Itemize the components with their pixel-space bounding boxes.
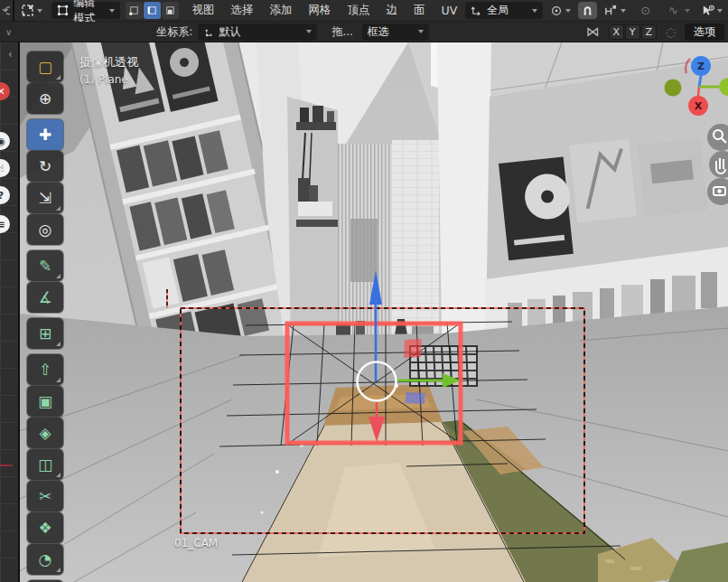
tool-rotate[interactable]: ↻ <box>27 151 63 182</box>
scene-background <box>20 42 728 582</box>
measure-icon: ∡ <box>38 282 51 313</box>
chevron-down-icon <box>565 9 571 13</box>
transform-orientation-dropdown[interactable]: 全局 <box>465 2 543 19</box>
close-icon[interactable]: ✕ <box>0 82 10 100</box>
subtool-corner-icon <box>56 568 61 572</box>
gizmo-visibility-icon <box>701 5 714 17</box>
tool-move[interactable]: ✚ <box>27 119 63 150</box>
viewport-3d[interactable]: Z X <box>20 42 728 582</box>
editor-type-icon <box>21 4 34 17</box>
tool-measure[interactable]: ∡ <box>27 282 63 313</box>
falloff-curve-icon: ∿ <box>665 4 682 17</box>
tool-knife[interactable]: ✂ <box>27 481 63 512</box>
menu-edge[interactable]: 边 <box>378 3 406 18</box>
tool-add-cube[interactable]: ⊞ <box>27 318 63 349</box>
face-select-icon <box>164 5 176 16</box>
select-mode-group <box>126 2 179 19</box>
tool-annotate[interactable]: ✎ <box>27 250 63 281</box>
tool-poly-build[interactable]: ❖ <box>27 512 63 543</box>
proportional-edit-toggle[interactable]: ⊙ <box>633 2 658 19</box>
tool-cursor[interactable]: ⊕ <box>27 83 63 114</box>
drag-mode-dropdown[interactable]: 框选 <box>362 23 429 41</box>
orientation-axes-icon <box>471 5 482 16</box>
chevron-down-icon <box>532 9 537 13</box>
menu-mesh[interactable]: 网格 <box>301 3 340 18</box>
options-button[interactable]: 选项 <box>685 23 724 41</box>
coordinate-cursor-icon <box>203 26 214 38</box>
menu-uv[interactable]: UV <box>434 4 466 17</box>
mirror-x-button[interactable]: X <box>609 24 624 40</box>
scene-render: Z X <box>20 42 728 582</box>
coordinate-system-dropdown[interactable]: 默认 <box>198 23 317 41</box>
dashed-circle-icon[interactable]: ◌ <box>662 25 679 39</box>
proportional-falloff-dropdown[interactable]: ∿ <box>661 2 694 19</box>
edit-mode-icon <box>57 5 69 16</box>
pivot-point-icon <box>550 5 563 17</box>
hand-icon[interactable]: ☝ <box>0 159 10 177</box>
viewport-nav-buttons <box>707 124 728 205</box>
mirror-y-button[interactable]: Y <box>625 24 640 40</box>
drag-mode-value: 框选 <box>368 24 414 40</box>
edge-mode-button[interactable] <box>144 2 161 19</box>
tweak-select-icon: ▢ <box>38 52 52 82</box>
tool-inset-faces[interactable]: ▣ <box>27 386 63 417</box>
tool-tweak-select[interactable]: ▢ <box>27 52 63 82</box>
inset-faces-icon: ▣ <box>38 386 52 417</box>
subtool-corner-icon <box>56 206 61 211</box>
camera-name-label: 01_CAM <box>174 537 218 549</box>
mirror-icon[interactable]: ⋈ <box>583 23 603 40</box>
active-object-label: (1) Plane <box>79 73 128 86</box>
show-gizmo-dropdown[interactable] <box>697 2 726 19</box>
pivot-point-dropdown[interactable] <box>546 2 574 19</box>
tool-extrude-region[interactable]: ⇧ <box>27 354 63 385</box>
tool-shelf: ▢⊕✚↻⇲◎✎∡⊞⇧▣◈◫✂❖◔◖ <box>27 52 63 582</box>
strip-red-line <box>0 465 13 466</box>
tool-transform[interactable]: ◎ <box>27 214 63 245</box>
vertex-mode-button[interactable] <box>126 2 143 19</box>
snap-target-dropdown[interactable] <box>601 2 630 19</box>
menu-vertex[interactable]: 顶点 <box>340 3 378 18</box>
snap-increment-icon <box>604 5 618 16</box>
tool-settings-bar: ∨ 坐标系: 默认 拖... 框选 ⋈ X Y Z ◌ 选项 <box>0 22 728 42</box>
orientation-value: 全局 <box>487 3 527 18</box>
mirror-axis-group: X Y Z <box>609 24 657 40</box>
vertex-select-icon <box>128 5 140 16</box>
menu-view[interactable]: 视图 <box>184 3 223 18</box>
mode-selector[interactable]: 编辑模式 <box>51 2 119 19</box>
menu-face[interactable]: 面 <box>406 3 434 18</box>
tool-bevel[interactable]: ◈ <box>27 418 63 448</box>
menu-select[interactable]: 选择 <box>223 3 262 18</box>
subtool-corner-icon <box>56 342 61 346</box>
axis-x-label: X <box>695 100 703 112</box>
chevron-down-icon <box>306 30 312 33</box>
annotate-icon: ✎ <box>39 250 51 281</box>
rotate-icon: ↻ <box>39 151 51 182</box>
sync-icon[interactable]: ⟲ <box>2 3 10 19</box>
move-icon: ✚ <box>39 119 51 150</box>
cursor-icon: ⊕ <box>39 83 51 114</box>
divider <box>13 0 14 22</box>
poly-build-icon: ❖ <box>38 512 51 543</box>
bevel-icon: ◈ <box>39 418 51 448</box>
list-icon[interactable]: ≡ <box>0 215 10 233</box>
editor-type-button[interactable] <box>17 2 46 19</box>
menu-add[interactable]: 添加 <box>262 3 301 18</box>
tool-loop-cut[interactable]: ◫ <box>27 449 63 480</box>
chevron-down-icon <box>418 30 424 33</box>
snap-toggle-button[interactable] <box>578 2 597 19</box>
mirror-z-button[interactable]: Z <box>641 24 657 40</box>
strip-chevron-icon[interactable]: ∨ <box>5 27 12 37</box>
face-mode-button[interactable] <box>162 2 179 19</box>
tool-spin[interactable]: ◔ <box>27 544 63 575</box>
subtool-corner-icon <box>56 378 61 382</box>
extrude-region-icon: ⇧ <box>39 354 51 385</box>
help-icon[interactable]: ? <box>0 186 10 204</box>
record-icon[interactable]: ◉ <box>0 132 10 150</box>
side-panel-strip: ‹ ✕◉☝?≡ <box>0 42 20 582</box>
axis-z-label: Z <box>697 61 705 72</box>
loop-cut-icon: ◫ <box>38 449 52 480</box>
collapse-panel-icon[interactable]: ‹ <box>8 48 13 61</box>
tool-scale[interactable]: ⇲ <box>27 183 63 213</box>
coordinate-system-value: 默认 <box>219 24 302 40</box>
scale-icon: ⇲ <box>39 183 51 213</box>
